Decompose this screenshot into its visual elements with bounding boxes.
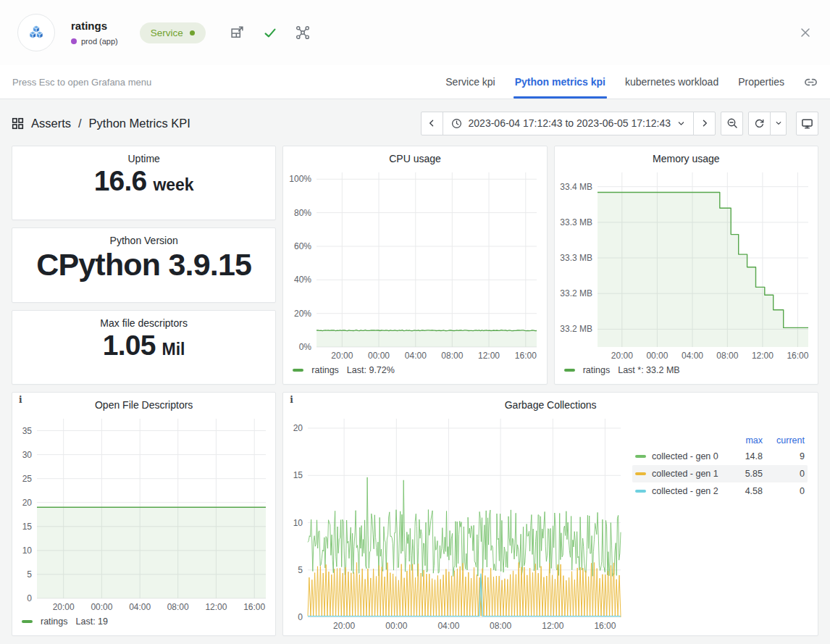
panel-open-file-descriptors: i Open File Descriptors 0510152025303520… [12, 392, 276, 636]
legend-swatch[interactable] [22, 620, 33, 623]
garbage-collections-chart[interactable]: 0510152020:0000:0004:0008:0012:0016:00 [285, 413, 627, 632]
memory-usage-chart[interactable]: 33.4 MB33.3 MB33.3 MB33.2 MB33.2 MB20:00… [556, 167, 815, 362]
svg-text:10: 10 [22, 545, 33, 556]
tab-kubernetes-workload[interactable]: kubernetes workload [625, 65, 718, 99]
apps-grid-icon [12, 117, 24, 130]
chevron-down-icon [775, 120, 782, 127]
svg-text:33.2 MB: 33.2 MB [560, 324, 592, 334]
legend-row-gen2[interactable]: collected - gen 2 4.58 0 [632, 482, 808, 500]
svg-text:100%: 100% [290, 174, 312, 184]
legend-row-gen0[interactable]: collected - gen 0 14.8 9 [632, 448, 808, 465]
svg-text:0%: 0% [299, 342, 312, 352]
panel-title[interactable]: Memory usage [555, 146, 818, 165]
svg-text:33.4 MB: 33.4 MB [560, 182, 592, 192]
zoom-out-button[interactable] [721, 112, 743, 135]
open-fd-chart[interactable]: 0510152025303520:0000:0004:0008:0012:001… [14, 413, 272, 614]
monitor-icon [801, 117, 813, 130]
svg-text:08:00: 08:00 [490, 621, 511, 631]
legend-series-name[interactable]: ratings [41, 616, 68, 627]
dashboard-content: Asserts / Python Metrics KPI 2023-06-04 … [0, 99, 830, 644]
dashboard-expand-icon[interactable] [230, 25, 245, 40]
svg-text:30: 30 [22, 450, 33, 460]
panel-memory-usage: Memory usage 33.4 MB33.3 MB33.3 MB33.2 M… [554, 146, 818, 385]
memory-legend: ratings Last *: 33.2 MB [555, 362, 818, 384]
panel-max-file-descriptors: Max file descriptors 1.05 Mil [12, 310, 276, 385]
breadcrumb-root[interactable]: Asserts [31, 117, 71, 130]
legend-swatch[interactable] [293, 369, 303, 372]
refresh-interval-dropdown[interactable] [770, 112, 787, 135]
panel-title[interactable]: Python Version [12, 228, 275, 247]
avatar [17, 14, 55, 51]
time-shift-back-button[interactable] [421, 112, 443, 135]
svg-text:16:00: 16:00 [595, 621, 616, 631]
entity-graph-icon[interactable] [295, 25, 310, 40]
max-fd-unit: Mil [162, 340, 185, 359]
panel-title[interactable]: CPU usage [283, 146, 546, 165]
svg-text:20:00: 20:00 [53, 602, 75, 612]
svg-text:16:00: 16:00 [243, 602, 265, 612]
uptime-unit: week [153, 175, 193, 195]
legend-stat: Last *: 33.2 MB [618, 365, 679, 375]
svg-text:12:00: 12:00 [205, 602, 227, 612]
svg-text:00:00: 00:00 [368, 351, 390, 361]
gc-body: 0510152020:0000:0004:0008:0012:0016:00 m… [283, 411, 818, 635]
cpu-legend: ratings Last: 9.72% [283, 362, 546, 384]
svg-text:60%: 60% [294, 241, 311, 251]
tab-properties[interactable]: Properties [738, 65, 784, 99]
svg-text:00:00: 00:00 [91, 602, 112, 612]
panel-garbage-collections: i Garbage Collections 0510152020:0000:00… [282, 392, 818, 636]
uptime-value-row: 16.6 week [12, 165, 275, 219]
dashboard-grid: Uptime 16.6 week Python Version CPython … [12, 146, 818, 636]
panel-title[interactable]: Garbage Collections [283, 393, 818, 411]
legend-sort-max[interactable]: max [729, 435, 763, 446]
svg-text:08:00: 08:00 [716, 351, 738, 361]
tab-python-metrics-kpi[interactable]: Python metrics kpi [515, 65, 605, 99]
legend-stat: Last: 19 [76, 616, 108, 627]
panel-title[interactable]: Uptime [12, 146, 275, 165]
svg-text:04:00: 04:00 [129, 602, 151, 612]
svg-text:33.3 MB: 33.3 MB [560, 253, 592, 263]
python-version-value-row: CPython 3.9.15 [12, 247, 275, 301]
svg-text:35: 35 [22, 426, 33, 436]
panel-uptime: Uptime 16.6 week [12, 146, 276, 220]
grafana-menu-hint: Press Esc to open Grafana menu [12, 77, 151, 88]
environment-label: prod (app) [71, 37, 118, 46]
svg-text:12:00: 12:00 [542, 621, 564, 631]
svg-text:00:00: 00:00 [646, 351, 668, 361]
panel-python-version: Python Version CPython 3.9.15 [12, 227, 276, 302]
time-shift-forward-button[interactable] [693, 112, 716, 135]
panel-info-icon[interactable]: i [290, 395, 293, 405]
tab-service-kpi[interactable]: Service kpi [445, 65, 495, 99]
legend-swatch[interactable] [564, 369, 575, 372]
svg-text:04:00: 04:00 [405, 351, 427, 361]
svg-text:80%: 80% [294, 208, 311, 218]
service-type-badge[interactable]: Service [140, 22, 206, 43]
close-icon[interactable] [798, 25, 813, 40]
legend-sort-current[interactable]: current [763, 435, 805, 446]
kiosk-mode-button[interactable] [796, 112, 818, 135]
cpu-usage-chart[interactable]: 0%20%40%60%80%100%20:0000:0004:0008:0012… [285, 167, 543, 362]
legend-series-name[interactable]: ratings [583, 365, 611, 375]
svg-text:5: 5 [298, 565, 303, 575]
clock-icon [451, 118, 462, 129]
panel-title[interactable]: Max file descriptors [12, 311, 275, 330]
header-actions [230, 25, 310, 40]
svg-text:15: 15 [22, 522, 33, 532]
panel-info-icon[interactable]: i [19, 395, 22, 405]
service-cubes-icon [25, 22, 47, 43]
svg-text:5: 5 [27, 569, 32, 580]
health-check-icon[interactable] [263, 25, 277, 40]
time-range-picker[interactable]: 2023-06-04 17:12:43 to 2023-06-05 17:12:… [443, 112, 694, 135]
legend-row-gen1[interactable]: collected - gen 1 5.85 0 [632, 465, 808, 482]
svg-text:12:00: 12:00 [752, 351, 774, 361]
legend-series-name[interactable]: ratings [311, 365, 339, 375]
breadcrumb-separator: / [78, 117, 82, 130]
svg-text:04:00: 04:00 [682, 351, 703, 361]
refresh-button[interactable] [748, 112, 771, 135]
svg-text:12:00: 12:00 [478, 351, 500, 361]
service-title-block: ratings prod (app) [71, 20, 118, 46]
service-kpi-window: ratings prod (app) Service [0, 0, 830, 644]
svg-text:08:00: 08:00 [442, 351, 464, 361]
link-icon[interactable] [804, 65, 818, 99]
panel-title[interactable]: Open File Descriptors [12, 393, 275, 411]
